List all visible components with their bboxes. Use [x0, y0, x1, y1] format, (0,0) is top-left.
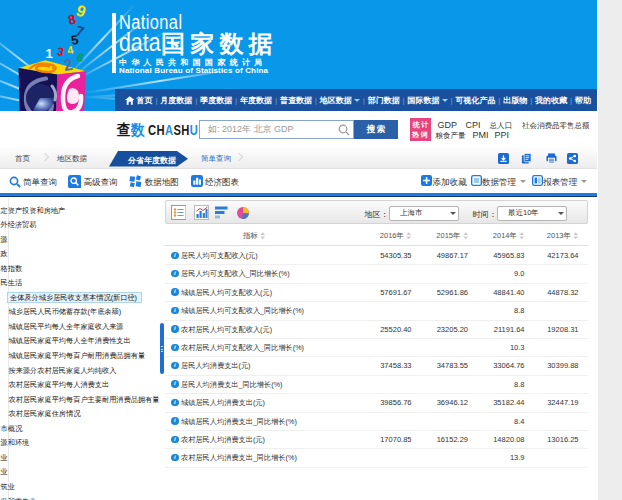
svg-text:9: 9: [74, 2, 88, 21]
svg-text:6: 6: [76, 51, 85, 64]
svg-text:2: 2: [63, 56, 74, 74]
svg-text:1: 1: [46, 46, 53, 61]
